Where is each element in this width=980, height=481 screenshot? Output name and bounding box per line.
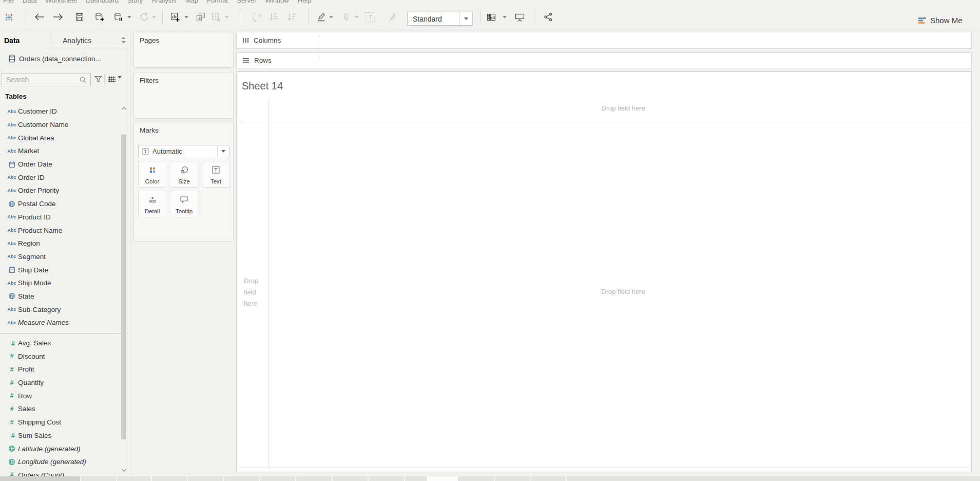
show-hide-cards-button[interactable] (486, 11, 497, 23)
field-item[interactable]: AbcProduct Name (0, 224, 120, 237)
drop-field-zone-left[interactable]: Dropfieldhere (244, 275, 266, 309)
menu-item-data[interactable]: Data (23, 0, 36, 4)
menu-item-server[interactable]: Server (237, 0, 256, 4)
undo-button[interactable] (34, 11, 45, 23)
field-item[interactable]: AbcSub-Category (0, 303, 120, 316)
field-item[interactable]: AbcShip Mode (0, 276, 120, 290)
field-item[interactable]: Ship Date (0, 263, 120, 276)
field-item[interactable]: AbcRegion (0, 237, 120, 250)
size-mark-button[interactable]: Size (170, 161, 198, 188)
field-item[interactable]: #Profit (0, 363, 120, 376)
menu-item-dashboard[interactable]: Dashboard (86, 0, 119, 4)
field-item[interactable]: AbcOrder Priority (0, 184, 120, 197)
duplicate-sheet-button[interactable] (196, 11, 206, 23)
pause-auto-updates-caret[interactable] (127, 11, 131, 23)
pause-auto-updates-button[interactable] (113, 11, 123, 23)
share-button[interactable] (543, 11, 553, 23)
pages-shelf[interactable]: Pages (133, 32, 234, 68)
filter-fields-icon[interactable] (94, 75, 102, 83)
redo-button[interactable] (52, 11, 64, 23)
field-item[interactable]: AbcMeasure Names (0, 316, 120, 329)
new-worksheet-button[interactable] (170, 11, 180, 23)
tab-analytics[interactable]: Analytics (46, 32, 108, 49)
field-item[interactable]: AbcOrder ID (0, 171, 120, 184)
menu-item-format[interactable]: Format (207, 0, 228, 4)
field-item[interactable]: #Shipping Cost (0, 416, 120, 429)
scrollbar-thumb[interactable] (121, 135, 126, 439)
globe-icon (7, 445, 17, 452)
field-label: Sales (18, 405, 35, 413)
view-data-grid-caret[interactable] (118, 79, 122, 88)
field-item[interactable]: AbcCustomer ID (0, 105, 120, 118)
hash-icon: # (7, 366, 17, 373)
search-input[interactable] (2, 75, 79, 84)
highlight-button[interactable] (317, 11, 326, 23)
menu-bar: FileDataWorksheetDashboardStoryAnalysisM… (0, 0, 980, 5)
marks-card: Marks Automatic ColorSizeTextDetailToolt… (133, 122, 234, 242)
new-worksheet-caret[interactable] (184, 11, 188, 23)
search-box[interactable] (2, 73, 91, 86)
field-label: Latitude (generated) (18, 445, 81, 453)
field-label: Avg. Sales (18, 339, 51, 347)
tab-data[interactable]: Data (0, 32, 50, 49)
menu-item-story[interactable]: Story (127, 0, 143, 4)
presentation-mode-button[interactable] (514, 11, 525, 23)
field-item[interactable]: Postal Code (0, 197, 120, 211)
field-label: Longitude (generated) (18, 458, 86, 466)
menu-item-window[interactable]: Window (265, 0, 289, 4)
drop-field-zone-center[interactable]: Drop field here (572, 288, 675, 295)
text-icon (212, 161, 220, 178)
mark-type-dropdown[interactable]: Automatic (138, 145, 229, 157)
field-item[interactable]: #Discount (0, 349, 120, 363)
rows-shelf[interactable]: Rows (236, 52, 972, 68)
field-label: Product Name (18, 227, 62, 234)
field-item[interactable]: Latitude (generated) (0, 442, 120, 455)
search-icon (79, 76, 87, 84)
menu-item-help[interactable]: Help (298, 0, 312, 4)
data-source-item[interactable]: Orders (data_connection... (0, 52, 129, 65)
abc-icon: Abc (7, 254, 17, 259)
sheet-canvas[interactable]: Sheet 14 Drop field here Drop field here… (236, 71, 972, 472)
highlight-caret[interactable] (329, 11, 333, 23)
field-item[interactable]: #Sales (0, 402, 120, 416)
field-item[interactable]: =#Avg. Sales (0, 337, 120, 350)
field-item[interactable]: AbcMarket (0, 144, 120, 158)
menu-item-file[interactable]: File (3, 0, 14, 4)
field-item[interactable]: #Row (0, 389, 120, 402)
field-item[interactable]: =#Sum Sales (0, 429, 120, 442)
menu-item-map[interactable]: Map (185, 0, 198, 4)
fit-selector[interactable]: Standard (407, 12, 473, 26)
save-button[interactable] (75, 11, 84, 23)
view-data-grid-icon[interactable] (107, 76, 116, 83)
scroll-down-icon[interactable] (121, 468, 127, 472)
drop-field-zone-top[interactable]: Drop field here (572, 104, 675, 112)
field-item[interactable]: AbcCustomer Name (0, 118, 120, 132)
menu-item-worksheet[interactable]: Worksheet (45, 0, 77, 4)
abc-icon: Abc (7, 149, 17, 154)
menu-item-analysis[interactable]: Analysis (151, 0, 176, 4)
data-pane-scrollbar[interactable] (120, 106, 128, 472)
show-hide-cards-caret[interactable] (503, 11, 507, 23)
scroll-up-icon[interactable] (121, 106, 127, 110)
filters-shelf[interactable]: Filters (133, 72, 234, 119)
field-item[interactable]: Order Date (0, 158, 120, 171)
color-mark-button[interactable]: Color (138, 161, 166, 188)
columns-shelf[interactable]: Columns (236, 32, 972, 49)
field-item[interactable]: AbcGlobal Area (0, 131, 120, 144)
field-item[interactable]: Longitude (generated) (0, 455, 120, 469)
text-mark-button[interactable]: Text (202, 161, 230, 188)
new-data-source-button[interactable] (94, 11, 105, 23)
pane-sort-icon[interactable] (121, 36, 126, 44)
clear-sheet-caret (225, 11, 229, 23)
field-item[interactable]: AbcProduct ID (0, 211, 120, 224)
field-item[interactable]: State (0, 290, 120, 303)
field-item[interactable]: AbcSegment (0, 250, 120, 264)
show-me-button[interactable]: Show Me (918, 14, 963, 26)
field-item[interactable]: #Quantity (0, 376, 120, 390)
marks-card-label: Marks (140, 126, 233, 134)
detail-mark-button[interactable]: Detail (138, 191, 166, 217)
tooltip-mark-button[interactable]: Tooltip (170, 191, 198, 217)
mark-type-caret[interactable] (217, 145, 229, 157)
fit-selector-caret[interactable] (459, 12, 472, 25)
globe-icon (7, 292, 17, 300)
